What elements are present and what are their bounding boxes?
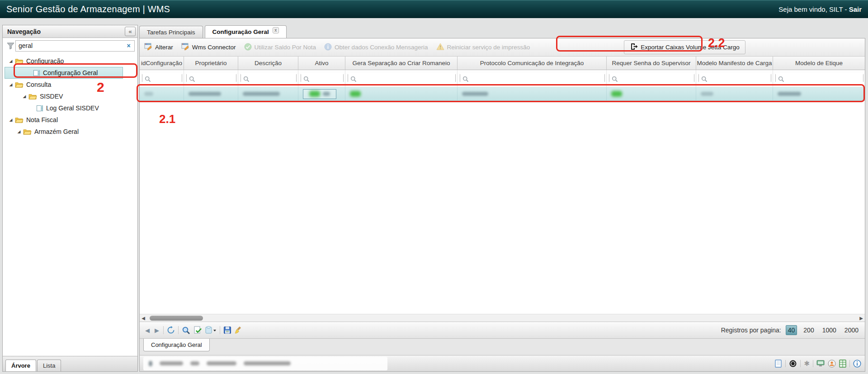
tree-node-armazem-geral[interactable]: ◢ Armazém Geral	[3, 126, 137, 137]
scroll-left-icon[interactable]: ◀	[140, 316, 147, 321]
expanded-triangle-icon[interactable]: ◢	[8, 118, 14, 122]
cell-focus-outline	[303, 89, 336, 99]
search-icon	[145, 76, 151, 84]
bottom-tab-configuracao-geral[interactable]: Configuração Geral	[143, 339, 210, 351]
scrollbar-thumb[interactable]	[150, 316, 203, 321]
record-icon[interactable]	[789, 360, 797, 368]
app-title: Senior Gestão de Armazenagem | WMS	[6, 4, 170, 14]
expanded-triangle-icon[interactable]: ◢	[16, 129, 22, 134]
bottom-tabbar: Configuração Geral	[140, 338, 865, 355]
filter-input-modelo-etiqueta[interactable]	[776, 73, 863, 84]
info-icon	[324, 43, 332, 52]
horizontal-scrollbar[interactable]: ◀ ▶	[140, 314, 865, 322]
user-circle-icon[interactable]	[828, 360, 836, 368]
clear-filter-icon[interactable]: ×	[125, 42, 132, 50]
search-icon	[701, 76, 708, 84]
page-prev-icon[interactable]: ◀	[144, 327, 151, 334]
tree-filter-input[interactable]	[16, 41, 134, 51]
page-next-icon[interactable]: ▶	[154, 327, 160, 334]
spreadsheet-icon[interactable]	[839, 360, 846, 368]
filter-input-requer-senha[interactable]	[609, 73, 694, 84]
export-excel-icon[interactable]	[193, 326, 202, 334]
edit-window-icon	[144, 43, 152, 52]
button-label: Exportar Caixas Volume Jetta Cargo	[641, 44, 739, 51]
column-header-idconfiguracao[interactable]: idConfiguração	[140, 57, 184, 70]
tab-label: Tarefas Principais	[147, 29, 195, 36]
column-header-gera-separacao[interactable]: Gera Separação ao Criar Romaneio	[345, 57, 458, 70]
tree-node-label: Configuração Geral	[43, 69, 98, 76]
filter-input-protocolo[interactable]	[460, 73, 604, 84]
search-icon	[778, 76, 784, 84]
green-check-icon	[244, 43, 252, 52]
alterar-button[interactable]: Alterar	[144, 43, 173, 52]
monitor-icon[interactable]	[816, 360, 825, 367]
table-row-selected[interactable]	[140, 87, 865, 101]
button-label: Obter dados Conexão Mensageria	[335, 44, 428, 51]
logout-link[interactable]: Sair	[849, 5, 862, 13]
tree-node-consulta[interactable]: ◢ Consulta	[3, 79, 137, 90]
status-text-blurred	[143, 357, 387, 370]
tree-node-log-geral-sisdev[interactable]: Log Geral SISDEV	[3, 102, 137, 114]
column-header-descricao[interactable]: Descrição	[238, 57, 298, 70]
status-bar: ✱	[140, 355, 865, 371]
actions-dropdown-icon[interactable]	[205, 326, 217, 334]
search-icon	[462, 76, 469, 84]
wms-connector-button[interactable]: Wms Connector	[181, 43, 236, 52]
column-header-requer-senha[interactable]: Requer Senha do Supervisor	[607, 57, 696, 70]
expanded-triangle-icon[interactable]: ◢	[8, 82, 14, 87]
search-icon	[350, 76, 357, 84]
button-label: Utilizar Saldo Por Nota	[255, 44, 316, 51]
tree-node-configuracao[interactable]: ◢ Configuração	[3, 55, 137, 67]
grid-form-icon	[36, 105, 43, 112]
tree-node-label: SISDEV	[40, 93, 63, 100]
welcome-prefix: Seja bem vindo, SILT -	[778, 5, 849, 13]
clear-broom-icon[interactable]	[235, 326, 243, 334]
filter-input-modelo-manifesto[interactable]	[699, 73, 771, 84]
search-icon	[243, 76, 250, 84]
scrollbar-track[interactable]	[147, 314, 858, 322]
column-header-ativo[interactable]: Ativo	[298, 57, 345, 70]
tree-node-nota-fiscal[interactable]: ◢ Nota Fiscal	[3, 114, 137, 126]
page-size-1000[interactable]: 1000	[821, 326, 838, 335]
sidebar-search-row: ×	[3, 38, 137, 53]
folder-open-icon	[15, 58, 24, 65]
tree-node-label: Configuração	[26, 57, 64, 65]
expanded-triangle-icon[interactable]: ◢	[8, 59, 14, 63]
info-circle-icon[interactable]	[853, 360, 861, 368]
tree-node-configuracao-geral[interactable]: Configuração Geral	[5, 67, 123, 79]
column-header-protocolo[interactable]: Protocolo Comunicação de Integração	[458, 57, 607, 70]
page-size-2000[interactable]: 2000	[843, 326, 860, 335]
document-icon[interactable]	[774, 360, 782, 368]
expanded-triangle-icon[interactable]: ◢	[22, 94, 27, 99]
page-size-selector: Registros por pagina: 40 200 1000 2000	[721, 325, 860, 335]
column-header-modelo-etiqueta[interactable]: Modelo de Etique	[773, 57, 865, 70]
tab-tarefas-principais[interactable]: Tarefas Principais	[139, 26, 203, 38]
grid-body-empty	[140, 101, 865, 314]
gear-icon[interactable]: ✱	[804, 360, 810, 368]
save-icon[interactable]	[223, 326, 231, 334]
edit-window-icon	[181, 43, 189, 52]
refresh-icon[interactable]	[167, 326, 175, 334]
filter-funnel-icon	[5, 43, 15, 49]
tab-arvore[interactable]: Árvore	[5, 360, 36, 371]
folder-open-icon	[28, 93, 37, 100]
search-icon	[189, 76, 195, 84]
search-icon[interactable]	[182, 326, 190, 335]
exportar-caixas-button[interactable]: Exportar Caixas Volume Jetta Cargo	[624, 40, 745, 54]
filter-input-gera-separacao[interactable]	[348, 73, 455, 84]
scroll-right-icon[interactable]: ▶	[858, 316, 865, 321]
folder-open-icon	[23, 128, 32, 135]
page-size-40[interactable]: 40	[786, 325, 797, 335]
page-size-200[interactable]: 200	[802, 326, 816, 335]
tab-lista[interactable]: Lista	[37, 360, 61, 371]
column-header-proprietario[interactable]: Proprietário	[184, 57, 238, 70]
sidebar-collapse-button[interactable]: «	[125, 27, 136, 36]
grid-toolbar: Alterar Wms Connector Utilizar Saldo Por…	[140, 38, 865, 57]
grid-filter-row	[140, 70, 865, 87]
reiniciar-servico-button: Reiniciar serviço de impressão	[436, 43, 530, 52]
tree-node-sisdev[interactable]: ◢ SISDEV	[3, 90, 137, 102]
column-header-modelo-manifesto[interactable]: Modelo Manifesto de Carga	[696, 57, 773, 70]
tab-configuracao-geral[interactable]: Configuração Geral x	[205, 25, 287, 38]
tab-close-icon[interactable]: x	[273, 27, 279, 33]
tree-node-label: Armazém Geral	[34, 128, 79, 135]
